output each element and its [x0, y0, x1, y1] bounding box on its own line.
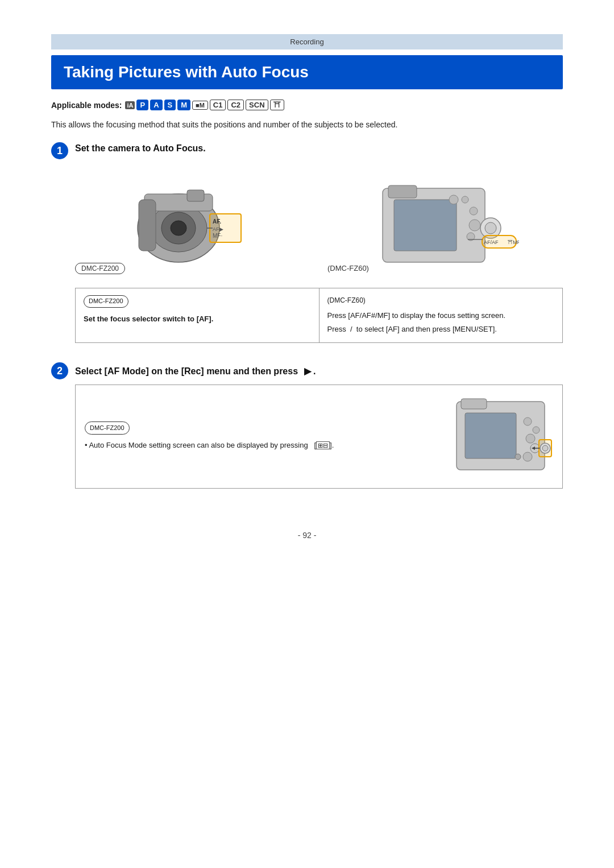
mode-m: M: [177, 100, 190, 110]
mode-c1: C1: [210, 100, 226, 110]
mode-ia: iA: [125, 101, 135, 109]
table-left-instruction: Set the focus selector switch to [AF].: [84, 313, 311, 325]
svg-rect-27: [465, 413, 516, 458]
fz60-label: (DMC-FZ60): [327, 264, 369, 272]
svg-rect-5: [187, 190, 204, 201]
table-cell-left: DMC-FZ200 Set the focus selector switch …: [76, 288, 320, 342]
svg-text:AF▶: AF▶: [213, 226, 223, 232]
step1: 1 Set the camera to Auto Focus. DMC-FZ20…: [51, 141, 563, 352]
mode-em: ■M: [192, 101, 208, 110]
modes-icons: iA P A S M ■M C1 C2 SCN ⛩: [125, 100, 284, 110]
svg-text:MF·: MF·: [213, 233, 222, 239]
svg-point-30: [533, 427, 540, 433]
svg-point-38: [542, 445, 548, 451]
section-label: Recording: [290, 38, 323, 46]
section-label-bar: Recording: [51, 34, 563, 49]
cameras-row: DMC-FZ200: [75, 164, 563, 279]
svg-rect-14: [388, 185, 417, 198]
step2-camera-image: [451, 393, 553, 480]
mode-a: A: [150, 100, 162, 110]
page-container: Recording Taking Pictures with Auto Focu…: [0, 0, 614, 868]
mode-c2: C2: [227, 100, 244, 110]
svg-point-29: [524, 418, 532, 425]
step2-press-symbol: ▶: [304, 366, 311, 376]
step2: 2 Select [AF Mode] on the [Rec] menu and…: [51, 361, 563, 497]
fz200-camera-svg: AF. AF▶ MF·: [127, 168, 258, 271]
table-right-line2: Press / to select [AF] and then press [M…: [327, 324, 555, 336]
table-cell-right: (DMC-FZ60) Press [AF/AF#/MF] to display …: [320, 288, 563, 342]
fz60-camera-svg: AF/AF ⛩MF: [371, 168, 519, 271]
svg-text:AF/AF: AF/AF: [484, 239, 499, 245]
step1-number: 1: [51, 142, 68, 159]
svg-point-33: [523, 452, 532, 461]
step2-number: 2: [51, 362, 68, 379]
camera-block-fz200: DMC-FZ200: [75, 164, 310, 279]
step2-box: DMC-FZ200 • Auto Focus Mode setting scre…: [75, 385, 563, 489]
table-right-model: (DMC-FZ60): [327, 295, 555, 306]
svg-point-21: [485, 222, 496, 234]
svg-point-34: [515, 454, 521, 460]
svg-text:⛩MF: ⛩MF: [508, 239, 519, 245]
description-text: This allows the focusing method that sui…: [51, 118, 563, 131]
step2-box-text: DMC-FZ200 • Auto Focus Mode setting scre…: [85, 421, 439, 452]
applicable-modes-row: Applicable modes: iA P A S M ■M C1 C2 SC…: [51, 100, 563, 110]
svg-point-16: [462, 196, 468, 203]
applicable-modes-label: Applicable modes:: [51, 101, 122, 110]
svg-point-15: [449, 195, 458, 204]
page-number: - 92 -: [51, 531, 563, 540]
page-title: Taking Pictures with Auto Focus: [64, 63, 309, 81]
camera-block-fz60: (DMC-FZ60): [327, 164, 563, 277]
step2-camera-svg: [451, 393, 553, 478]
step1-title: Set the camera to Auto Focus.: [75, 141, 563, 154]
svg-rect-28: [461, 399, 487, 409]
table-right-line1: Press [AF/AF#/MF] to display the focus s…: [327, 310, 555, 322]
step2-bullet: • Auto Focus Mode setting screen can als…: [85, 439, 439, 452]
svg-text:AF.: AF.: [213, 218, 221, 225]
svg-point-31: [526, 434, 535, 443]
svg-point-18: [469, 220, 480, 231]
svg-rect-6: [139, 200, 156, 251]
svg-rect-13: [394, 200, 457, 251]
table-left-model: DMC-FZ200: [84, 295, 128, 308]
svg-point-3: [171, 221, 186, 235]
step2-title: Select [AF Mode] on the [Rec] menu and t…: [75, 363, 563, 377]
mode-scn: SCN: [246, 100, 268, 110]
svg-point-17: [470, 207, 478, 215]
mode-p: P: [136, 100, 148, 110]
mode-s: S: [164, 100, 176, 110]
title-bar: Taking Pictures with Auto Focus: [51, 55, 563, 89]
mode-special: ⛩: [270, 100, 284, 110]
fz200-label: DMC-FZ200: [75, 263, 125, 274]
step1-table: DMC-FZ200 Set the focus selector switch …: [75, 288, 563, 343]
step2-model-label: DMC-FZ200: [85, 421, 130, 435]
